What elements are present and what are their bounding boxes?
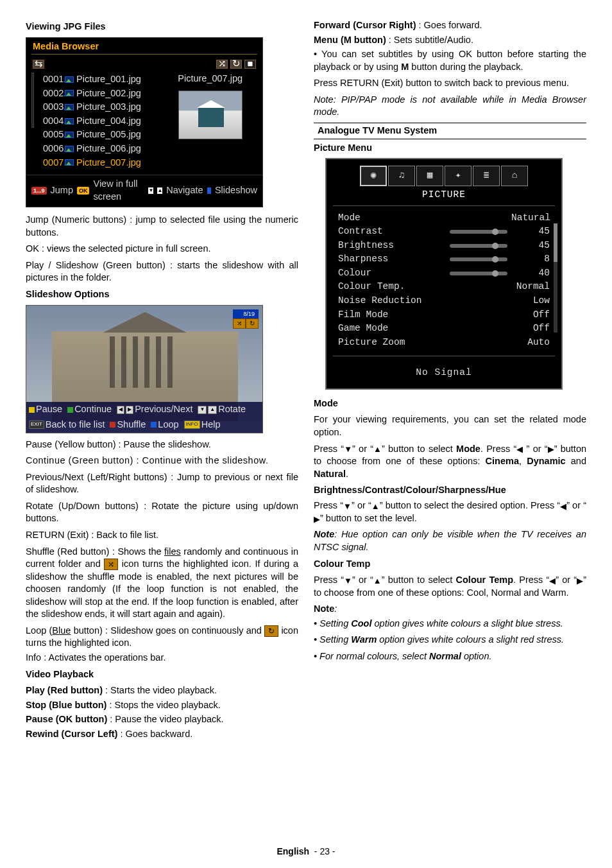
- operations-bar: Pause Continue ◀▶Previous/Next ▼▲Rotate …: [26, 402, 262, 432]
- file-list: 0001.Picture_001.jpg 0002.Picture_002.jp…: [43, 73, 158, 169]
- image-icon: [65, 76, 74, 83]
- mode-instructions: Press “▼” or “▲” button to select Mode. …: [314, 443, 586, 481]
- left-icon: ◀: [516, 445, 523, 453]
- image-icon: [65, 118, 74, 125]
- subtitle-note: • You can set subtitles by using OK butt…: [314, 48, 586, 73]
- heading-picture-menu: Picture Menu: [314, 142, 586, 155]
- up-icon: ▲: [373, 445, 382, 453]
- picture-tab-icon: ◉: [360, 166, 387, 186]
- slider: [450, 257, 507, 261]
- install-tab-icon: ✦: [445, 166, 472, 186]
- right-column: Forward (Cursor Right) : Goes forward. M…: [314, 19, 586, 742]
- shuffle-icon: ⤮: [216, 60, 228, 69]
- shuffle-icon: ⤮: [233, 318, 246, 329]
- pause-desc: Pause (Yellow button) : Pause the slides…: [26, 438, 298, 451]
- picture-setting-row: Colour40: [338, 266, 550, 281]
- picture-setting-row: Colour Temp.Normal: [338, 280, 550, 294]
- heading-viewing-jpg: Viewing JPG Files: [26, 21, 298, 33]
- left-column: Viewing JPG Files Media Browser ⇆ ⤮ ↻ ■ …: [26, 19, 298, 742]
- list-item: 0004.Picture_004.jpg: [43, 114, 158, 128]
- image-icon: [65, 146, 74, 152]
- picture-setting-row: ModeNatural: [338, 211, 550, 225]
- picture-setting-row: Noise ReductionLow: [338, 294, 550, 308]
- loop-icon: ↻: [230, 60, 242, 69]
- heading-analogue-tv: Analogue TV Menu System: [314, 123, 586, 139]
- stop-icon: ■: [244, 60, 256, 69]
- blue-button-icon: [207, 187, 211, 194]
- pip-note: Note: PIP/PAP mode is not available whil…: [314, 94, 586, 119]
- up-icon: ▲: [157, 187, 162, 194]
- green-button-icon: [67, 407, 73, 413]
- picture-setting-row: Game ModeOff: [338, 322, 550, 336]
- left-icon: ◀: [117, 406, 124, 414]
- sound-tab-icon: ♫: [388, 166, 415, 186]
- slider: [450, 272, 507, 275]
- shuffle-desc: Shuffle (Red button) : Shows the files r…: [26, 546, 298, 621]
- info-button: INFO: [184, 421, 200, 429]
- list-item: 0002.Picture_002.jpg: [43, 87, 158, 101]
- right-icon: ▶: [577, 577, 583, 585]
- shuffle-icon: ⤮: [104, 559, 118, 570]
- list-item: 0005.Picture_005.jpg: [43, 128, 158, 142]
- loop-icon: ↻: [264, 625, 278, 637]
- up-icon: ▲: [208, 406, 217, 414]
- heading-slideshow-options: Slideshow Options: [26, 288, 298, 301]
- loop-icon: ↻: [246, 318, 259, 329]
- picture-setting-row: Contrast45: [338, 225, 550, 239]
- heading-video-playback: Video Playback: [26, 668, 298, 681]
- loop-desc: Loop (Blue button) : Slideshow goes on c…: [26, 625, 298, 650]
- return-desc: RETURN (Exit) : Back to file list.: [26, 529, 298, 542]
- scrollbar: [31, 73, 34, 128]
- picture-menu-screenshot: ◉ ♫ ▦ ✦ ≣ ⌂ PICTURE ModeNaturalContrast4…: [325, 158, 563, 390]
- list-item: 0001.Picture_001.jpg: [43, 73, 158, 87]
- heading-bcch: Brightness/Contrast/Colour/Sharpness/Hue: [314, 484, 586, 496]
- continue-desc: Continue (Green button) : Continue with …: [26, 455, 298, 467]
- ok-desc: OK : views the selected picture in full …: [26, 243, 298, 256]
- preview-pane: Picture_007.jpg: [163, 73, 257, 169]
- image-icon: [65, 159, 74, 166]
- down-icon: ▼: [198, 406, 207, 414]
- down-icon: ▼: [344, 445, 352, 453]
- media-browser-footer: 1...9Jump OKView in full screen ▼▲Naviga…: [26, 175, 262, 207]
- rotate-desc: Rotate (Up/Down buttons) : Rotate the pi…: [26, 500, 298, 525]
- info-desc: Info : Activates the operations bar.: [26, 652, 298, 664]
- down-icon: ▼: [344, 577, 352, 585]
- picture-setting-row: Sharpness8: [338, 252, 550, 266]
- heading-colour-temp: Colour Temp: [314, 558, 586, 571]
- picture-label: PICTURE: [327, 189, 561, 202]
- up-icon: ▲: [373, 577, 382, 585]
- image-icon: [65, 132, 74, 138]
- left-icon: ◀: [560, 502, 566, 510]
- prevnext-desc: Previous/Next (Left/Right buttons) : Jum…: [26, 471, 298, 496]
- list-item-selected: 0007.Picture_007.jpg: [43, 156, 158, 170]
- no-signal-text: No Signal: [327, 361, 561, 388]
- right-icon: ▶: [314, 515, 320, 523]
- picture-setting-row: Brightness45: [338, 239, 550, 253]
- usb-icon: ⇆: [33, 60, 44, 69]
- down-icon: ▼: [148, 187, 153, 194]
- menu-tabs: ◉ ♫ ▦ ✦ ≣ ⌂: [327, 159, 561, 187]
- up-icon: ▲: [371, 502, 380, 510]
- image-icon: [65, 90, 74, 96]
- down-icon: ▼: [343, 502, 352, 510]
- picture-setting-row: Film ModeOff: [338, 308, 550, 322]
- picture-setting-row: Picture ZoomAuto: [338, 336, 550, 350]
- list-item: 0003.Picture_003.jpg: [43, 100, 158, 114]
- heading-mode: Mode: [314, 397, 586, 410]
- list-tab-icon: ≣: [473, 166, 500, 186]
- blue-button-icon: [151, 422, 157, 428]
- list-item: 0006.Picture_006.jpg: [43, 142, 158, 156]
- hue-note: Note: Hue option can only be visible whe…: [314, 528, 586, 553]
- scrollbar: [554, 223, 557, 333]
- yellow-button-icon: [29, 407, 35, 413]
- left-icon: ◀: [549, 577, 556, 585]
- feature-tab-icon: ▦: [416, 166, 443, 186]
- media-browser-title: Media Browser: [26, 38, 262, 55]
- source-tab-icon: ⌂: [501, 166, 528, 186]
- preview-image: [178, 91, 242, 139]
- slideshow-screenshot: 8/19 ⤮↻ Pause Continue ◀▶Previous/Next ▼…: [26, 305, 263, 433]
- picture-settings-list: ModeNaturalContrast45Brightness45Sharpne…: [327, 211, 561, 356]
- return-desc: Press RETURN (Exit) button to switch bac…: [314, 77, 586, 90]
- colour-temp-instructions: Press “▼” or “▲” button to select Colour…: [314, 574, 586, 599]
- red-button-icon: [110, 422, 115, 428]
